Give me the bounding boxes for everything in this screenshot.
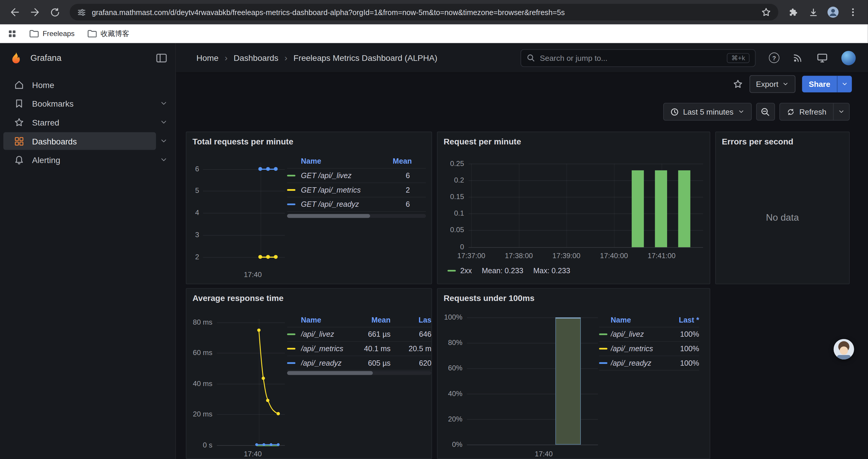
panel-total-requests[interactable]: Total requests per minute 6 5 4 3 2 bbox=[186, 132, 432, 285]
legend-col-name[interactable]: Name bbox=[287, 157, 393, 165]
scrollbar-thumb[interactable] bbox=[287, 214, 370, 218]
share-menu-caret[interactable] bbox=[837, 76, 852, 93]
gridline bbox=[203, 235, 285, 236]
legend-scrollbar[interactable] bbox=[287, 371, 432, 375]
legend-row[interactable]: GET /api/_readyz 6 bbox=[287, 197, 426, 212]
series-name[interactable]: /api/_livez bbox=[301, 330, 358, 338]
chevron-down-icon[interactable] bbox=[160, 156, 167, 164]
legend-row[interactable]: GET /api/_livez 6 bbox=[287, 169, 426, 183]
legend-row[interactable]: /api/_livez 100% bbox=[599, 327, 699, 342]
bookmark-item[interactable]: 收藏博客 bbox=[87, 28, 129, 38]
legend-table: Name Mean Las /api/_livez 661 µs 646 /ap… bbox=[287, 313, 432, 371]
legend-col-last[interactable]: Las bbox=[391, 316, 432, 324]
chevron-down-icon[interactable] bbox=[160, 100, 167, 107]
panel-average-response-time[interactable]: Average response time 80 ms 60 ms 40 ms … bbox=[186, 288, 432, 459]
legend-col-last[interactable]: Last * bbox=[670, 316, 699, 324]
legend-row[interactable]: /api/_metrics 40.1 ms 20.5 m bbox=[287, 342, 432, 356]
zoom-out-icon bbox=[761, 107, 770, 117]
legend-row[interactable]: /api/_livez 661 µs 646 bbox=[287, 327, 432, 342]
y-tick: 80% bbox=[438, 338, 462, 347]
user-avatar[interactable] bbox=[841, 51, 856, 65]
panel-request-per-minute[interactable]: Request per minute 0.25 0.2 0.15 0.1 0.0… bbox=[437, 132, 710, 285]
sidebar-item-bookmarks[interactable]: Bookmarks bbox=[0, 94, 176, 113]
legend-scrollbar[interactable] bbox=[287, 214, 426, 218]
url-bar[interactable]: grafana.mathmast.com/d/deytv4rwavabkb/fr… bbox=[70, 4, 778, 21]
breadcrumb-home[interactable]: Home bbox=[196, 53, 219, 63]
sidebar-item-alerting[interactable]: Alerting bbox=[0, 150, 176, 169]
series-color-dash bbox=[287, 175, 296, 177]
series-name[interactable]: /api/_metrics bbox=[301, 345, 358, 353]
sidebar-item-starred[interactable]: Starred bbox=[0, 113, 176, 132]
series-color-dash bbox=[287, 189, 296, 191]
chevron-down-icon bbox=[782, 80, 789, 87]
sidebar-item-label: Starred bbox=[32, 118, 59, 127]
back-icon[interactable] bbox=[6, 3, 25, 22]
refresh-sync-icon bbox=[786, 107, 795, 116]
bookmark-item[interactable]: Freeleaps bbox=[29, 28, 74, 38]
sidebar-item-home[interactable]: Home bbox=[0, 75, 176, 94]
series-last: 646 bbox=[391, 330, 432, 338]
zoom-out-button[interactable] bbox=[756, 103, 775, 121]
grafana-logo[interactable] bbox=[9, 52, 23, 65]
panel-title[interactable]: Errors per second bbox=[722, 136, 793, 146]
chevron-down-icon[interactable] bbox=[160, 119, 167, 126]
assistant-avatar[interactable] bbox=[834, 339, 854, 359]
gridline bbox=[469, 214, 703, 214]
series-name[interactable]: 2xx bbox=[460, 266, 472, 275]
downloads-icon[interactable] bbox=[804, 3, 823, 22]
data-point bbox=[258, 255, 262, 259]
series-color-dash bbox=[287, 348, 296, 350]
series-name[interactable]: /api/_livez bbox=[611, 330, 670, 338]
panel-title[interactable]: Requests under 100ms bbox=[444, 293, 534, 302]
profile-avatar[interactable] bbox=[824, 3, 843, 22]
panel-title[interactable]: Request per minute bbox=[444, 136, 521, 146]
site-settings-icon[interactable] bbox=[77, 7, 86, 17]
chevron-down-icon[interactable] bbox=[160, 137, 167, 145]
legend-col-mean[interactable]: Mean bbox=[393, 157, 426, 165]
legend-col-name[interactable]: Name bbox=[599, 316, 671, 324]
star-icon bbox=[14, 117, 25, 128]
sidebar-item-dashboards[interactable]: Dashboards bbox=[0, 132, 176, 151]
legend-row[interactable]: /api/_readyz 605 µs 620 bbox=[287, 356, 432, 371]
export-button[interactable]: Export bbox=[749, 75, 795, 93]
bookmark-star-icon[interactable] bbox=[761, 7, 771, 17]
panel-title[interactable]: Total requests per minute bbox=[193, 136, 293, 146]
legend-col-name[interactable]: Name bbox=[287, 316, 358, 324]
url-text[interactable]: grafana.mathmast.com/d/deytv4rwavabkb/fr… bbox=[92, 8, 756, 16]
series-mean: 40.1 ms bbox=[358, 345, 391, 353]
y-tick: 6 bbox=[186, 165, 199, 174]
refresh-interval-caret[interactable] bbox=[833, 103, 849, 120]
breadcrumb-dashboards[interactable]: Dashboards bbox=[234, 53, 278, 63]
browser-menu-icon[interactable] bbox=[843, 3, 862, 22]
forward-icon[interactable] bbox=[25, 3, 44, 22]
series-name[interactable]: /api/_metrics bbox=[611, 345, 670, 353]
extensions-icon[interactable] bbox=[784, 3, 803, 22]
dock-menu-icon[interactable] bbox=[155, 52, 167, 64]
display-icon[interactable] bbox=[816, 52, 828, 64]
series-name[interactable]: GET /api/_readyz bbox=[301, 200, 393, 208]
legend-row[interactable]: /api/_readyz 100% bbox=[599, 356, 699, 371]
scrollbar-thumb[interactable] bbox=[287, 371, 373, 375]
search-input[interactable]: Search or jump to... ⌘+k bbox=[521, 49, 756, 67]
legend-row[interactable]: /api/_metrics 100% bbox=[599, 342, 699, 356]
bar-2xx bbox=[655, 170, 667, 247]
favorite-star-icon[interactable] bbox=[733, 79, 743, 89]
series-name[interactable]: /api/_readyz bbox=[611, 359, 670, 367]
reload-icon[interactable] bbox=[45, 3, 64, 22]
legend-row[interactable]: GET /api/_metrics 2 bbox=[287, 183, 426, 198]
apps-grid-icon[interactable] bbox=[8, 29, 17, 38]
news-rss-icon[interactable] bbox=[793, 53, 803, 63]
legend-col-mean[interactable]: Mean bbox=[358, 316, 391, 324]
share-button[interactable]: Share bbox=[802, 76, 852, 93]
help-icon[interactable] bbox=[769, 53, 779, 63]
series-name[interactable]: /api/_readyz bbox=[301, 359, 358, 367]
panel-requests-under-100ms[interactable]: Requests under 100ms 100% 80% 60% 40% 20… bbox=[437, 288, 710, 459]
series-name[interactable]: GET /api/_metrics bbox=[301, 186, 393, 194]
bookmarks-bar: Freeleaps 收藏博客 bbox=[0, 24, 868, 43]
time-range-picker[interactable]: Last 5 minutes bbox=[663, 103, 752, 121]
series-name[interactable]: GET /api/_livez bbox=[301, 171, 393, 179]
panel-errors-per-second[interactable]: Errors per second No data bbox=[715, 132, 850, 285]
x-tick: 17:37:00 bbox=[452, 252, 491, 261]
sidebar-item-label: Dashboards bbox=[32, 136, 77, 146]
refresh-button[interactable]: Refresh bbox=[780, 103, 833, 120]
